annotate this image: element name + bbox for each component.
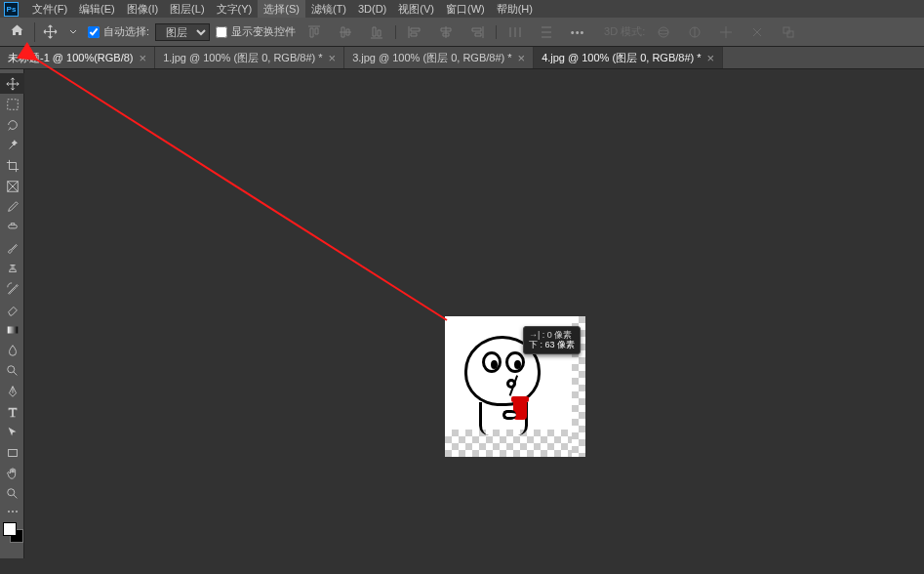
menu-bar: Ps 文件(F) 编辑(E) 图像(I) 图层(L) 文字(Y) 选择(S) 滤… [0,0,924,18]
menu-select[interactable]: 选择(S) [258,0,305,18]
blur-tool[interactable] [0,340,24,360]
align-horizontal-centers-icon[interactable] [433,20,459,44]
menu-view[interactable]: 视图(V) [392,0,440,18]
zoom-tool[interactable] [0,483,24,504]
auto-select-input[interactable] [88,26,100,38]
svg-rect-3 [783,27,789,33]
svg-rect-10 [8,449,17,456]
tab-label: 3.jpg @ 100% (图层 0, RGB/8#) * [352,51,511,65]
menu-3d[interactable]: 3D(D) [352,0,392,18]
tab-untitled-1[interactable]: 未标题-1 @ 100%(RGB/8) × [0,47,155,68]
dodge-tool[interactable] [0,360,24,381]
distribute-horizontal-icon[interactable] [502,20,528,44]
menu-window[interactable]: 窗口(W) [440,0,491,18]
drag-position-tooltip: →| : 0 像素 下 : 63 像素 [523,326,581,354]
auto-select-label: 自动选择: [103,24,149,39]
show-transform-label: 显示变换控件 [231,24,296,39]
move-tool[interactable] [0,73,24,94]
tab-label: 4.jpg @ 100% (图层 0, RGB/8#) * [542,51,701,65]
pan-3d-icon[interactable] [713,20,739,44]
edit-toolbar-icon[interactable]: ⋯ [0,504,24,519]
align-bottom-edges-icon[interactable] [364,20,389,44]
tab-3-jpg[interactable]: 3.jpg @ 100% (图层 0, RGB/8#) * × [344,47,534,68]
tab-close-icon[interactable]: × [329,52,337,64]
foreground-color-swatch[interactable] [3,522,17,536]
app-logo-icon: Ps [4,2,19,17]
menu-type[interactable]: 文字(Y) [211,0,259,18]
crop-tool[interactable] [0,155,24,176]
path-selection-tool[interactable] [0,422,24,442]
rectangular-marquee-tool[interactable] [0,94,24,114]
menu-layer[interactable]: 图层(L) [164,0,210,18]
menu-edit[interactable]: 编辑(E) [73,0,121,18]
pen-tool[interactable] [0,381,24,401]
tab-1-jpg[interactable]: 1.jpg @ 100% (图层 0, RGB/8#) * × [155,47,344,68]
svg-rect-4 [787,31,793,37]
svg-rect-7 [8,225,17,228]
orbit-3d-icon[interactable] [651,20,676,44]
document-tab-bar: 未标题-1 @ 100%(RGB/8) × 1.jpg @ 100% (图层 0… [0,47,924,69]
svg-point-9 [7,365,14,372]
tab-label: 1.jpg @ 100% (图层 0, RGB/8#) * [163,51,322,65]
svg-point-11 [7,488,14,495]
svg-point-1 [659,30,668,34]
lasso-tool[interactable] [0,114,24,135]
divider [34,22,35,42]
distribute-vertical-icon[interactable] [534,20,559,44]
divider [496,25,497,39]
tooltip-x-offset: →| : 0 像素 [529,330,575,340]
scale-3d-icon[interactable] [776,20,801,44]
svg-point-0 [659,27,668,37]
rectangle-tool[interactable] [0,442,24,463]
dropdown-caret-icon[interactable] [64,23,82,41]
options-bar: 自动选择: 图层 显示变换控件 ••• 3D 模式: [0,18,924,47]
magic-wand-tool[interactable] [0,135,24,155]
clone-stamp-tool[interactable] [0,258,24,278]
roll-3d-icon[interactable] [682,20,707,44]
show-transform-checkbox[interactable]: 显示变换控件 [216,24,296,39]
history-brush-tool[interactable] [0,278,24,299]
menu-file[interactable]: 文件(F) [26,0,73,18]
gradient-tool[interactable] [0,319,24,340]
tab-close-icon[interactable]: × [518,52,526,64]
svg-rect-8 [7,326,18,333]
hand-tool[interactable] [0,463,24,483]
menu-image[interactable]: 图像(I) [121,0,164,18]
svg-rect-5 [7,99,18,109]
slide-3d-icon[interactable] [744,20,770,44]
home-icon[interactable] [6,23,28,41]
move-tool-icon [41,23,59,41]
align-right-edges-icon[interactable] [464,20,490,44]
frame-tool[interactable] [0,176,24,196]
color-swatches[interactable] [0,519,23,558]
menu-filter[interactable]: 滤镜(T) [305,0,352,18]
mode-3d-label: 3D 模式: [604,24,645,39]
tools-panel: ⋯ [0,69,24,558]
tab-close-icon[interactable]: × [707,52,715,64]
eraser-tool[interactable] [0,299,24,319]
brush-tool[interactable] [0,237,24,258]
tab-label: 未标题-1 @ 100%(RGB/8) [8,51,134,65]
align-left-edges-icon[interactable] [402,20,427,44]
auto-select-target[interactable]: 图层 [155,23,210,41]
tab-close-icon[interactable]: × [140,52,147,64]
divider [395,25,396,39]
more-options-icon[interactable]: ••• [565,20,590,44]
spot-healing-brush-tool[interactable] [0,217,24,237]
eyedropper-tool[interactable] [0,196,24,217]
tab-4-jpg[interactable]: 4.jpg @ 100% (图层 0, RGB/8#) * × [534,47,723,68]
menu-help[interactable]: 帮助(H) [491,0,539,18]
show-transform-input[interactable] [216,26,227,38]
auto-select-checkbox[interactable]: 自动选择: [88,24,149,39]
align-vertical-centers-icon[interactable] [333,20,358,44]
tooltip-y-offset: 下 : 63 像素 [529,340,575,349]
type-tool[interactable] [0,401,24,422]
align-top-edges-icon[interactable] [301,20,327,44]
